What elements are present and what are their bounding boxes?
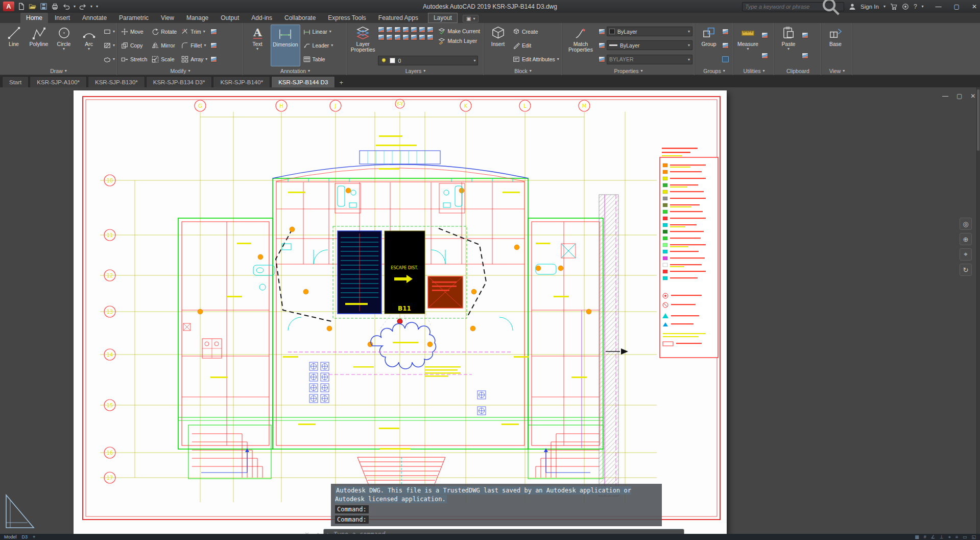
- object-color-dropdown[interactable]: ByLayer▾: [607, 27, 692, 36]
- ribbon-tab-collaborate[interactable]: Collaborate: [279, 13, 321, 23]
- file-tab-b140[interactable]: KSR-SJP-B140*: [213, 76, 270, 87]
- user-icon[interactable]: [849, 3, 856, 10]
- ribbon-tab-parametric[interactable]: Parametric: [113, 13, 154, 23]
- redo-dropdown-icon[interactable]: ▾: [90, 5, 92, 9]
- mirror-button[interactable]: Mirror: [150, 40, 178, 50]
- trim-button[interactable]: Trim▾: [180, 27, 209, 37]
- open-icon[interactable]: [29, 3, 36, 10]
- ribbon-tab-insert[interactable]: Insert: [49, 13, 76, 23]
- ribbon-tab-view[interactable]: View: [155, 13, 180, 23]
- plot-icon[interactable]: [51, 3, 59, 10]
- grid-icon[interactable]: ▦: [915, 534, 919, 540]
- explode-icon[interactable]: [210, 42, 217, 49]
- plot-style-dropdown[interactable]: BYLAYER▾: [607, 55, 692, 64]
- layer-isolate-icon[interactable]: [386, 27, 393, 33]
- arc-dropdown-icon[interactable]: ▾: [88, 47, 90, 51]
- doc-close-icon[interactable]: ✕: [970, 92, 975, 100]
- paste-dropdown-icon[interactable]: ▾: [787, 47, 790, 51]
- line-button[interactable]: Line: [2, 25, 26, 66]
- layer-delete-icon[interactable]: [427, 34, 434, 40]
- panel-label-modify[interactable]: Modify▾: [117, 66, 243, 75]
- navigation-wheel-icon[interactable]: ◎: [960, 218, 972, 230]
- ortho-icon[interactable]: ⊥: [940, 534, 944, 540]
- qat-menu-icon[interactable]: ▾: [96, 5, 98, 9]
- stretch-button[interactable]: Stretch: [119, 54, 149, 64]
- group-edit-icon[interactable]: [722, 42, 729, 49]
- text-dropdown-icon[interactable]: ▾: [256, 47, 258, 51]
- create-block-button[interactable]: Create: [511, 27, 561, 37]
- edit-attributes-dropdown-icon[interactable]: ▾: [557, 57, 559, 61]
- file-tab-b134[interactable]: KSR-SJP-B134 D3*: [146, 76, 212, 87]
- leader-button[interactable]: Leader▾: [302, 40, 335, 50]
- layout-tab-d3[interactable]: D3: [22, 534, 28, 539]
- annotation-scale-icon[interactable]: ▭: [963, 534, 967, 540]
- layout-paper[interactable]: 10 11 12 13 14 15 16 17 G H J K L M Y-Y: [74, 90, 727, 534]
- close-icon[interactable]: ✕: [972, 3, 977, 10]
- layer-walk-icon[interactable]: [386, 34, 393, 40]
- pan-icon[interactable]: ⊕: [960, 233, 972, 245]
- lineweight-dropdown[interactable]: ByLayer▾: [607, 40, 692, 50]
- zoom-extents-icon[interactable]: ⌖: [960, 248, 972, 261]
- properties-list-icon[interactable]: [599, 29, 605, 35]
- table-button[interactable]: Table: [302, 54, 335, 64]
- match-properties-button[interactable]: Match Properties: [564, 25, 597, 66]
- arc-button[interactable]: Arc ▾: [77, 25, 101, 66]
- array-dropdown-icon[interactable]: ▾: [205, 57, 207, 61]
- insert-button[interactable]: Insert: [486, 25, 510, 66]
- ribbon-tab-manage[interactable]: Manage: [181, 13, 214, 23]
- dimension-button[interactable]: Dimension: [271, 25, 300, 66]
- linear-dropdown-icon[interactable]: ▾: [329, 30, 331, 34]
- help-dropdown-icon[interactable]: ▾: [922, 5, 924, 9]
- file-tab-b130[interactable]: KSR-SJP-B130*: [88, 76, 145, 87]
- layer-off-icon[interactable]: [378, 27, 385, 33]
- measure-button[interactable]: Measure ▾: [736, 25, 760, 66]
- copy-button[interactable]: Copy: [119, 40, 149, 50]
- osnap-icon[interactable]: ⌖: [948, 534, 951, 540]
- make-current-button[interactable]: Make Current: [437, 26, 482, 36]
- search-icon[interactable]: [820, 0, 841, 17]
- ribbon-tab-add-ins[interactable]: Add-ins: [246, 13, 278, 23]
- ungroup-icon[interactable]: [722, 29, 729, 35]
- layer-freeze-icon[interactable]: [394, 27, 401, 33]
- edit-attributes-button[interactable]: Edit Attributes▾: [511, 54, 561, 64]
- doc-restore-icon[interactable]: ▢: [957, 92, 962, 100]
- rotate-button[interactable]: Rotate: [150, 27, 178, 37]
- fillet-dropdown-icon[interactable]: ▾: [204, 43, 206, 48]
- polar-icon[interactable]: ∠: [931, 534, 935, 540]
- search-input[interactable]: [745, 4, 818, 10]
- match-layer-button[interactable]: Match Layer: [437, 36, 482, 45]
- paste-button[interactable]: Paste ▾: [777, 25, 800, 66]
- sign-in-button[interactable]: Sign In: [861, 4, 879, 10]
- layer-match-icon[interactable]: [394, 34, 401, 40]
- ribbon-tab-layout[interactable]: Layout: [428, 13, 458, 23]
- cut-icon[interactable]: [802, 32, 808, 38]
- quick-select-icon[interactable]: [761, 32, 768, 38]
- layer-select-dropdown[interactable]: 0 ▾: [378, 56, 478, 65]
- ribbon-tab-express-tools[interactable]: Express Tools: [322, 13, 371, 23]
- undo-dropdown-icon[interactable]: ▾: [74, 5, 76, 9]
- panel-label-block[interactable]: Block▾: [484, 66, 562, 75]
- panel-label-layers[interactable]: Layers▾: [347, 66, 484, 75]
- layer-lock-icon[interactable]: [402, 27, 409, 33]
- ribbon-tab-output[interactable]: Output: [215, 13, 245, 23]
- id-point-icon[interactable]: [761, 53, 768, 59]
- array-button[interactable]: Array▾: [180, 54, 209, 64]
- offset-icon[interactable]: [210, 56, 217, 62]
- layer-unisolate-icon[interactable]: [419, 27, 425, 33]
- clean-screen-icon[interactable]: ◱: [971, 534, 976, 540]
- panel-label-groups[interactable]: Groups▾: [695, 66, 733, 75]
- vertical-scrollbar[interactable]: [976, 87, 980, 534]
- group-manager-icon[interactable]: [722, 56, 729, 62]
- minimize-icon[interactable]: —: [936, 3, 942, 10]
- layer-properties-button[interactable]: Layer Properties: [349, 25, 376, 66]
- snap-icon[interactable]: #: [924, 534, 926, 540]
- circle-dropdown-icon[interactable]: ▾: [63, 47, 65, 51]
- polyline-button[interactable]: Polyline: [27, 25, 51, 66]
- erase-icon[interactable]: [210, 29, 217, 35]
- autocad-app-button[interactable]: A: [3, 2, 14, 11]
- copy-clip-icon[interactable]: [802, 53, 808, 59]
- fillet-button[interactable]: Fillet▾: [180, 40, 209, 50]
- linear-button[interactable]: Linear▾: [302, 27, 335, 37]
- help-icon[interactable]: ?: [914, 3, 917, 10]
- group-button[interactable]: Group: [697, 25, 721, 66]
